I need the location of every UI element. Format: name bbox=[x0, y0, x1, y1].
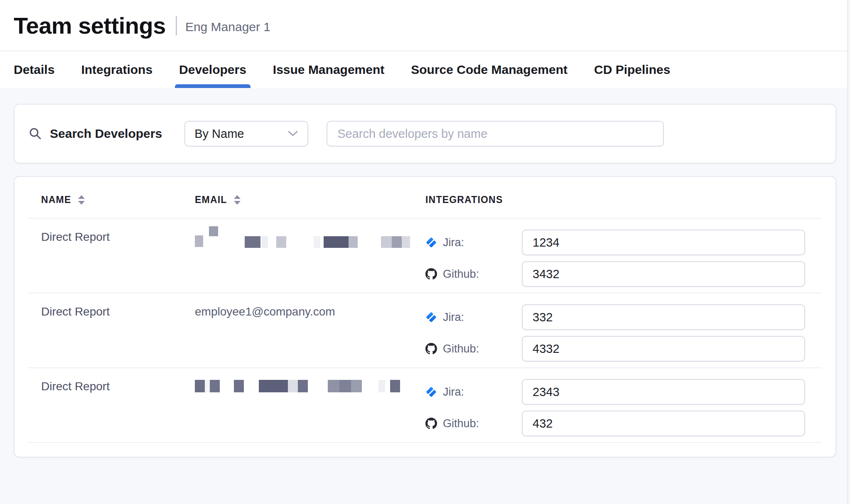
search-developers-label: Search Developers bbox=[50, 127, 162, 141]
github-integration-row: Github: bbox=[425, 411, 805, 436]
tab-source-code-management[interactable]: Source Code Management bbox=[411, 51, 567, 88]
table-row: Direct Report employee1@company.com bbox=[28, 294, 822, 368]
table-row: Direct Report bbox=[28, 219, 822, 294]
jira-id-input[interactable] bbox=[522, 304, 805, 330]
developer-name: Direct Report bbox=[28, 230, 182, 293]
jira-id-input[interactable] bbox=[522, 379, 805, 405]
team-settings-page: Team settings Eng Manager 1 Details Inte… bbox=[0, 0, 850, 504]
sort-icon[interactable] bbox=[77, 195, 86, 206]
page-title: Team settings bbox=[14, 14, 166, 37]
search-developers-input[interactable] bbox=[327, 121, 664, 147]
jira-id-input[interactable] bbox=[522, 230, 805, 255]
developers-tab-content: Search Developers By Name NAME bbox=[0, 88, 850, 504]
search-developers-card: Search Developers By Name bbox=[14, 104, 836, 164]
search-icon bbox=[28, 127, 42, 141]
column-header-email[interactable]: EMAIL bbox=[182, 194, 413, 206]
tab-issue-management[interactable]: Issue Management bbox=[273, 51, 384, 88]
github-id-input[interactable] bbox=[522, 261, 805, 287]
search-filter-select[interactable]: By Name bbox=[184, 121, 308, 147]
developer-name: Direct Report bbox=[28, 304, 182, 367]
github-integration-row: Github: bbox=[425, 336, 805, 362]
column-header-integrations: INTEGRATIONS bbox=[413, 194, 822, 206]
table-header-row: NAME EMAIL bbox=[28, 177, 822, 219]
scrollbar[interactable] bbox=[847, 0, 850, 504]
github-label: Github: bbox=[443, 417, 479, 430]
github-icon bbox=[425, 418, 437, 429]
github-icon bbox=[425, 343, 437, 355]
github-id-input[interactable] bbox=[522, 411, 805, 436]
title-separator bbox=[176, 16, 177, 35]
table-row: Direct Report bbox=[28, 368, 822, 443]
tab-developers[interactable]: Developers bbox=[179, 51, 246, 88]
chevron-down-icon bbox=[287, 130, 298, 137]
redacted-email bbox=[195, 230, 413, 242]
settings-tabbar: Details Integrations Developers Issue Ma… bbox=[0, 51, 850, 88]
jira-label: Jira: bbox=[443, 311, 464, 324]
jira-integration-row: Jira: bbox=[425, 379, 805, 405]
github-id-input[interactable] bbox=[522, 336, 805, 362]
jira-integration-row: Jira: bbox=[425, 230, 805, 255]
jira-label: Jira: bbox=[443, 386, 464, 399]
tab-cd-pipelines[interactable]: CD Pipelines bbox=[594, 51, 670, 88]
jira-integration-row: Jira: bbox=[425, 304, 805, 330]
sort-icon[interactable] bbox=[233, 195, 241, 206]
search-filter-value: By Name bbox=[194, 127, 287, 141]
github-icon bbox=[425, 268, 437, 280]
jira-icon bbox=[425, 311, 437, 323]
github-integration-row: Github: bbox=[425, 261, 805, 287]
developers-table-card: NAME EMAIL bbox=[14, 176, 836, 458]
jira-icon bbox=[425, 237, 437, 248]
github-label: Github: bbox=[443, 343, 479, 355]
developer-name: Direct Report bbox=[28, 379, 182, 442]
tab-details[interactable]: Details bbox=[14, 51, 54, 88]
github-label: Github: bbox=[443, 268, 479, 281]
redacted-email bbox=[195, 379, 413, 392]
jira-icon bbox=[425, 386, 437, 398]
tab-integrations[interactable]: Integrations bbox=[81, 51, 152, 88]
column-header-name[interactable]: NAME bbox=[28, 194, 182, 206]
team-name-subtitle: Eng Manager 1 bbox=[185, 18, 270, 33]
developer-email: employee1@company.com bbox=[195, 305, 335, 318]
jira-label: Jira: bbox=[443, 236, 464, 249]
page-header: Team settings Eng Manager 1 bbox=[0, 0, 850, 51]
